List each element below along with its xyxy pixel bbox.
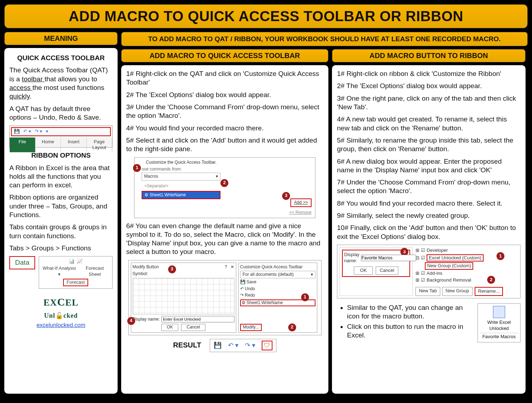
forecast-icon: 📈 (77, 259, 82, 265)
badge-1: 1 (133, 164, 141, 172)
qat-heading: QUICK ACCESS TOOLBAR (9, 54, 113, 62)
ribbon-p1: A Ribbon in Excel is the area that holds… (9, 164, 113, 190)
col-qat-steps: ADD MACRO TO QUICK ACCESS TOOLBAR 1# Rig… (121, 49, 328, 394)
ribbon-steps-body: 1# Right-click on ribbon & click 'Custom… (332, 65, 526, 394)
layout-tab: Page Layout (87, 138, 113, 152)
ribbon-notes: Similar to the QAT, you can change an ic… (337, 303, 472, 341)
logo: EXCELUnl🔓cked (9, 295, 113, 321)
col-ribbon-steps: ADD MACRO BUTTON TO RIBBON 1# Right-clic… (332, 49, 526, 394)
site-link[interactable]: excelunlocked.com (37, 322, 85, 328)
redo-icon: ↷ ▾ (35, 129, 43, 135)
badge-2: 2 (220, 179, 228, 187)
undo-icon: ↶ ▾ (23, 129, 31, 135)
ribbon-steps-heading: ADD MACRO BUTTON TO RIBBON (332, 49, 526, 62)
qat-step-3: 3# Under the 'Choose Command From' drop-… (126, 103, 323, 120)
rib-step-9: 9# Similarly, select the newly created g… (337, 211, 521, 220)
qat-step-1: 1# Right-click on the QAT and click on '… (126, 69, 323, 87)
modify-screenshot: 3 4 1 2 Modify Button? ✕ Symbol: Display… (128, 260, 322, 335)
qat-screenshot: 💾 ↶ ▾ ↷ ▾ ▾ File Home Insert Page Layout (9, 125, 113, 148)
ribbon-note-2: Click on this button to run the macro in… (347, 322, 472, 340)
qat-dropdown-icon: ▾ (46, 129, 48, 135)
result-row: RESULT 💾 ↶ ▾ ↷ ▾ 🛡 (126, 339, 323, 352)
rib-step-8: 8# You would find your recorded macro th… (337, 199, 521, 208)
add-button: Add >> (290, 198, 312, 207)
rib-step-5: 5# Similarly, to rename the group inside… (337, 136, 521, 154)
file-tab: File (10, 138, 35, 152)
rib-step-1: 1# Right-click on ribbon & click 'Custom… (337, 69, 521, 78)
forecast-group: 📊 📈 What-If Analysis ▾ Forecast Sheet Fo… (39, 256, 113, 289)
whatif-icon: 📊 (69, 259, 75, 265)
home-tab: Home (35, 138, 61, 152)
qat-steps-body: 1# Right-click on the QAT and click on '… (121, 65, 328, 394)
remove-button: << Remove (289, 210, 312, 215)
qat-steps-heading: ADD MACRO TO QUICK ACCESS TOOLBAR (121, 49, 328, 62)
qat-options-screenshot: 1 2 3 Customize the Quick Access Toolbar… (134, 157, 315, 218)
result-qat: 💾 ↶ ▾ ↷ ▾ 🛡 (210, 339, 276, 352)
qat-step-2: 2# The 'Excel Options' dialog box would … (126, 91, 323, 99)
badge-3: 3 (282, 192, 290, 200)
page-title: ADD MACRO TO QUICK ACCESS TOOLBAR OR RIB… (4, 4, 528, 28)
ribbon-p4: Tabs > Groups > Functions (9, 244, 113, 253)
macro-tile-icon (493, 306, 505, 318)
meaning-heading: MEANING (4, 32, 118, 45)
qat-def: The Quick Access Toolbar (QAT) is a tool… (9, 66, 113, 101)
ribbon-p3: Tabs contain groups & groups in turn con… (9, 223, 113, 240)
save-icon: 💾 (14, 129, 20, 135)
ribbon-screenshot: 1 2 3 Display name: OK Cancel (337, 245, 521, 298)
rib-step-4: 4# A new tab would get created. To renam… (337, 115, 521, 133)
symbol-grid (133, 278, 234, 315)
save-icon: 💾 (214, 341, 222, 350)
redo-icon: ↷ ▾ (245, 341, 255, 350)
meaning-body: QUICK ACCESS TOOLBAR The Quick Access To… (4, 48, 118, 394)
rib-step-2: 2# The 'Excel Options' dialog box would … (337, 82, 521, 90)
ribbon-p2: Ribbon options are organized under three… (9, 193, 113, 219)
display-name-input (161, 316, 234, 322)
data-tab: Data (9, 256, 35, 269)
undo-icon: ↶ ▾ (228, 341, 238, 350)
macro-icon: 🛡 (262, 341, 272, 350)
rib-step-10: 10# Finally, click on the 'Add' button a… (337, 224, 521, 241)
result-label: RESULT (173, 341, 201, 350)
logo-block: EXCELUnl🔓cked excelunlocked.com (9, 295, 113, 330)
ribbon-example: Data 📊 📈 What-If Analysis ▾ Forecast She… (9, 256, 113, 289)
qat-step-6: 6# You can even change the default name … (126, 222, 323, 256)
col-meaning: MEANING QUICK ACCESS TOOLBAR The Quick A… (4, 32, 118, 394)
ribbon-note-1: Similar to the QAT, you can change an ic… (347, 303, 472, 321)
insert-tab: Insert (61, 138, 87, 152)
qat-step-4: 4# You would find your recorded macro th… (126, 124, 323, 133)
macro-tile: Write Excel Unlocked Favorite Macros (478, 303, 521, 342)
qat-step-5: 5# Select it and click on the 'Add' butt… (126, 136, 323, 154)
rib-step-7: 7# Under the 'Choose Command From' drop-… (337, 178, 521, 196)
ribbon-heading: RIBBON OPTIONS (9, 151, 113, 160)
main-columns: MEANING QUICK ACCESS TOOLBAR The Quick A… (4, 32, 528, 394)
qat-default: A QAT has by default three options – Und… (9, 105, 113, 122)
forecast-group-label: Forecast (63, 279, 89, 286)
rib-step-3: 3# One the right pane, click on any of t… (337, 94, 521, 112)
prereq-banner: TO ADD MACRO TO QAT / RIBBON, YOUR WORKB… (121, 32, 528, 46)
rib-step-6: 6# A new dialog box would appear. Enter … (337, 157, 521, 175)
